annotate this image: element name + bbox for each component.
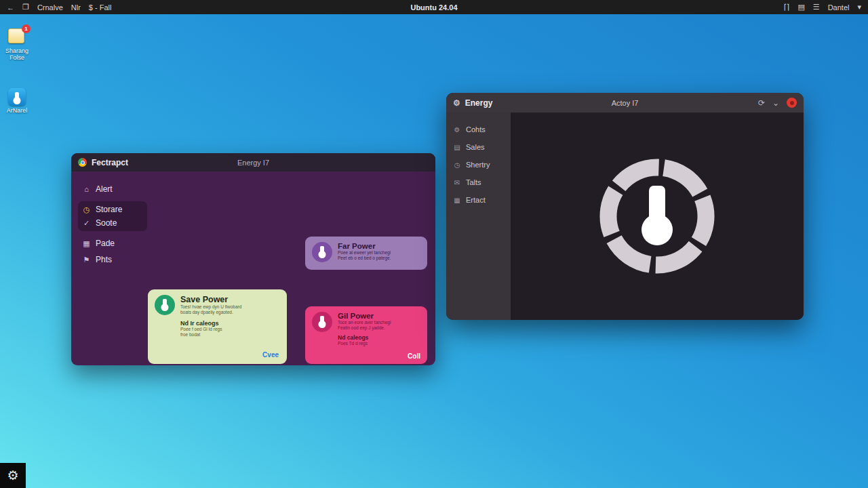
sidebar-item-soote[interactable]: ✓ Soote xyxy=(78,216,147,230)
card-gil-power[interactable]: Gil Power Toce an eore aver tanchegl Fea… xyxy=(305,306,427,364)
sidebar-item-label: Talts xyxy=(466,178,481,186)
card-line: Peet eb o ed bed o patege. xyxy=(338,256,391,261)
chevron-down-icon[interactable]: ⌄ xyxy=(772,98,779,108)
window1-app: Fectrapct xyxy=(78,158,128,167)
sidebar-item-talts[interactable]: ✉ Talts xyxy=(446,174,511,191)
sidebar-item-shertry[interactable]: ◷ Shertry xyxy=(446,156,511,174)
window2-controls: ⟳ ⌄ xyxy=(758,93,797,113)
card-header: Gil Power Toce an eore aver tanchegl Fea… xyxy=(312,312,420,346)
clock-icon: ◷ xyxy=(82,205,91,214)
power-gauge xyxy=(594,153,720,279)
window2-title: Energy xyxy=(465,98,493,108)
card-title: Gil Power xyxy=(338,312,391,320)
sidebar-item-label: Storare xyxy=(96,205,122,214)
window2-center-title: Actoy I7 xyxy=(612,99,639,107)
back-icon[interactable]: ← xyxy=(7,3,14,12)
refresh-icon[interactable]: ⟳ xyxy=(758,98,765,108)
window2-sidebar: ⚙ Cohts ▤ Sales ◷ Shertry ✉ Talts ▦ Er xyxy=(446,113,511,320)
card-title: Save Power xyxy=(180,295,241,304)
card-line: Toes! hvae ewp dyn U fiwobard xyxy=(180,304,241,310)
flag-icon: ⚑ xyxy=(82,256,91,264)
app-icon xyxy=(8,88,26,104)
app-gear-icon: ⚙ xyxy=(453,98,460,108)
desktop-icon-sharing-folder[interactable]: 1 Sharang Folse xyxy=(1,28,33,61)
desktop-icon-label: Sharang Folse xyxy=(1,47,33,61)
sidebar-item-label: Shertry xyxy=(466,161,490,169)
window-icon[interactable]: ❐ xyxy=(22,3,29,12)
sidebar-item-label: Cohts xyxy=(466,125,486,134)
card-header: Save Power Toes! hvae ewp dyn U fiwobard… xyxy=(155,295,280,338)
card-line: Toce an eore aver tanchegl xyxy=(338,320,391,325)
card-save-power[interactable]: Save Power Toes! hvae ewp dyn U fiwobard… xyxy=(148,289,287,364)
power-bulb-icon xyxy=(312,312,332,332)
window1-titlebar[interactable]: Fectrapct Energy I7 xyxy=(71,153,435,171)
card-header: Far Power Poee al eweer yel tanchegl Pee… xyxy=(312,242,420,262)
card-title: Far Power xyxy=(338,242,391,250)
desktop-icon-app[interactable]: ArNarel xyxy=(1,88,33,114)
sidebar-item-sales[interactable]: ▤ Sales xyxy=(446,138,511,156)
topbar-left-group: ← ❐ Crnalve Nlr $ - Fall xyxy=(7,3,111,12)
sidebar-item-phts[interactable]: ⚑ Phts xyxy=(78,251,147,268)
settings-launcher[interactable]: ⚙ xyxy=(0,463,26,488)
sidebar-item-storare[interactable]: ◷ Storare xyxy=(78,203,147,216)
power-bulb-icon xyxy=(312,242,332,262)
topbar-clock-title[interactable]: Ubuntu 24.04 xyxy=(410,3,457,12)
window2-titlebar[interactable]: ⚙ Energy Actoy I7 ⟳ ⌄ xyxy=(446,93,804,113)
card-text: Save Power Toes! hvae ewp dyn U fiwobard… xyxy=(180,295,241,338)
window2-app: ⚙ Energy xyxy=(453,98,492,108)
bulb-icon xyxy=(320,316,324,323)
sidebar-item-alert[interactable]: ⌂ Alert xyxy=(78,181,147,197)
card-action-link[interactable]: Cvee xyxy=(262,351,279,359)
card-subtitle: Nd caleogs xyxy=(338,334,391,341)
bulb-icon xyxy=(320,246,324,253)
display-icon[interactable]: ▤ xyxy=(797,3,804,12)
card-line: froe bodat xyxy=(180,332,241,338)
top-bar: ← ❐ Crnalve Nlr $ - Fall Ubuntu 24.04 ⌈⌉… xyxy=(0,0,868,14)
sidebar-item-label: Soote xyxy=(96,218,117,228)
calendar-icon: ▦ xyxy=(82,239,91,248)
window-energy: ⚙ Energy Actoy I7 ⟳ ⌄ ⚙ Cohts ▤ Sales xyxy=(446,93,804,320)
sidebar-item-cohts[interactable]: ⚙ Cohts xyxy=(446,121,511,138)
card-action-button[interactable]: Coll xyxy=(408,352,420,360)
bulb-icon xyxy=(15,92,19,99)
window1-center-title: Energy I7 xyxy=(237,159,269,167)
folder-icon: 1 xyxy=(8,28,26,45)
card-line: boats day dpaelly egaoted. xyxy=(180,310,241,315)
close-button[interactable] xyxy=(787,98,797,108)
sidebar-item-label: Ertact xyxy=(466,196,486,204)
power-bulb-icon xyxy=(155,295,175,315)
keyboard-icon[interactable]: ⌈⌉ xyxy=(784,3,790,12)
bulb-icon xyxy=(163,299,167,306)
network-icon[interactable]: ☰ xyxy=(813,3,820,12)
notification-badge: 1 xyxy=(22,24,31,33)
sidebar-item-label: Phts xyxy=(96,255,112,264)
sidebar-item-pade[interactable]: ▦ Pade xyxy=(78,235,147,251)
desktop-background: ← ❐ Crnalve Nlr $ - Fall Ubuntu 24.04 ⌈⌉… xyxy=(0,0,868,488)
topbar-menu-item[interactable]: $ - Fall xyxy=(89,3,112,12)
card-text: Gil Power Toce an eore aver tanchegl Fea… xyxy=(338,312,391,346)
card-text: Far Power Poee al eweer yel tanchegl Pee… xyxy=(338,242,391,261)
card-line: Poee f oed Gl Id regs xyxy=(180,327,241,332)
sidebar-group-storage: ◷ Storare ✓ Soote xyxy=(78,201,147,231)
topbar-right-group: ⌈⌉ ▤ ☰ Dantel ▾ xyxy=(784,3,861,12)
card-far-power[interactable]: Far Power Poee al eweer yel tanchegl Pee… xyxy=(305,237,427,270)
gear-icon: ⚙ xyxy=(453,126,461,134)
topbar-menu-item[interactable]: Nlr xyxy=(71,3,81,12)
window1-sidebar: ⌂ Alert ◷ Storare ✓ Soote ▦ Pade xyxy=(71,171,151,268)
mail-icon: ✉ xyxy=(453,179,461,186)
topbar-menu-item[interactable]: Crnalve xyxy=(37,3,63,12)
gear-icon: ⚙ xyxy=(7,468,18,483)
user-menu[interactable]: Dantel xyxy=(828,3,850,12)
check-icon: ✓ xyxy=(82,219,91,228)
card-line: Featin ood eep J yadde. xyxy=(338,325,391,331)
chevron-down-icon[interactable]: ▾ xyxy=(857,3,861,12)
chart-icon: ▤ xyxy=(453,144,461,151)
card-subtitle: Nd Ir caleogs xyxy=(180,320,241,327)
window1-title: Fectrapct xyxy=(92,158,128,167)
grid-icon: ▦ xyxy=(453,197,461,204)
app-art xyxy=(8,88,26,106)
sidebar-item-ertact[interactable]: ▦ Ertact xyxy=(446,191,511,209)
window-fectrapct: Fectrapct Energy I7 ⌂ Alert ◷ Storare ✓ … xyxy=(71,153,435,365)
gauge-bulb-icon xyxy=(642,214,673,245)
window2-main xyxy=(511,113,804,320)
